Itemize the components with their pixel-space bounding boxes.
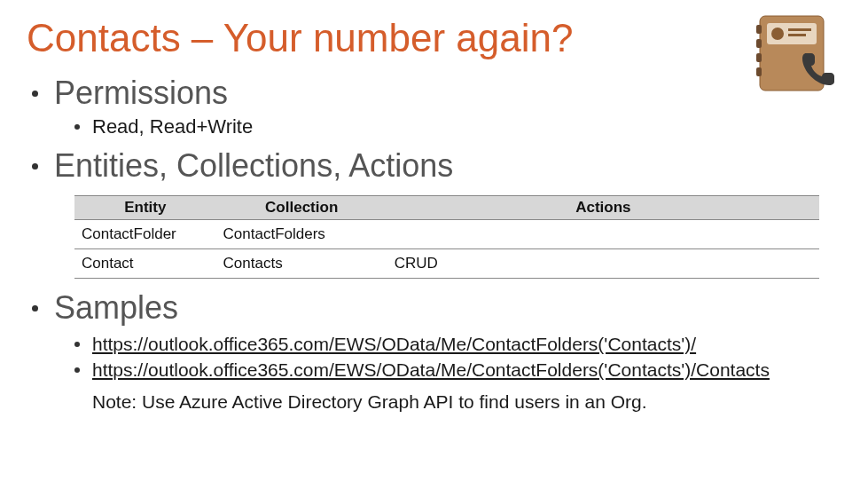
bullet-icon [32, 163, 38, 170]
svg-rect-9 [788, 34, 806, 36]
svg-rect-5 [756, 67, 762, 76]
bullet-icon [32, 91, 38, 97]
svg-rect-8 [788, 28, 811, 31]
list-item: https://outlook.office365.com/EWS/OData/… [27, 332, 841, 356]
contacts-book-phone-icon [755, 12, 836, 94]
list-item: https://outlook.office365.com/EWS/OData/… [27, 358, 841, 382]
samples-note: Note: Use Azure Active Directory Graph A… [92, 391, 841, 413]
col-actions: Actions [387, 196, 819, 220]
table-row: ContactFolder ContactFolders [74, 220, 819, 249]
col-entity: Entity [74, 196, 216, 220]
sample-link-2[interactable]: https://outlook.office365.com/EWS/OData/… [92, 358, 770, 382]
table-row: Contact Contacts CRUD [74, 249, 819, 279]
permissions-sub-row: Read, Read+Write [27, 115, 841, 138]
permissions-values: Read, Read+Write [92, 115, 253, 138]
cell-entity: ContactFolder [74, 220, 216, 249]
permissions-heading-row: Permissions [27, 75, 841, 112]
svg-rect-2 [756, 25, 762, 34]
samples-heading-row: Samples [27, 289, 841, 327]
cell-collection: Contacts [216, 249, 387, 279]
slide-title: Contacts – Your number again? [27, 16, 841, 60]
cell-collection: ContactFolders [216, 220, 387, 249]
svg-point-7 [771, 28, 784, 40]
sample-link-1[interactable]: https://outlook.office365.com/EWS/OData/… [92, 332, 696, 356]
entities-table: Entity Collection Actions ContactFolder … [74, 195, 819, 279]
svg-rect-3 [756, 39, 762, 48]
col-collection: Collection [216, 196, 387, 220]
cell-actions [387, 220, 819, 249]
bullet-icon [74, 367, 80, 373]
samples-list: https://outlook.office365.com/EWS/OData/… [27, 332, 841, 383]
permissions-heading: Permissions [54, 75, 228, 112]
samples-heading: Samples [54, 289, 178, 327]
svg-rect-4 [756, 53, 762, 62]
entities-heading: Entities, Collections, Actions [54, 147, 453, 185]
bullet-icon [74, 342, 80, 347]
entities-heading-row: Entities, Collections, Actions [27, 147, 841, 185]
table-header-row: Entity Collection Actions [74, 196, 819, 220]
cell-actions: CRUD [387, 249, 819, 279]
cell-entity: Contact [74, 249, 216, 279]
bullet-icon [74, 124, 80, 130]
bullet-icon [32, 305, 38, 312]
